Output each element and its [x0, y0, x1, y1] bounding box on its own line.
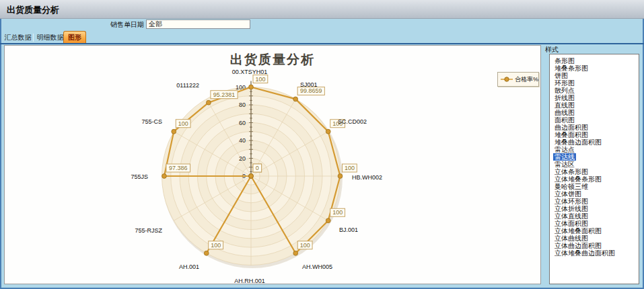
- radar-category-label: HB.WH002: [352, 174, 382, 181]
- tab-summary-data[interactable]: 汇总数据: [3, 32, 33, 43]
- chart-panel: 02040608010010099.8659100100100100010009…: [4, 45, 541, 284]
- radar-scale-label: 60: [239, 120, 246, 126]
- radar-category-label: 755-CS: [141, 118, 162, 125]
- style-list-item[interactable]: 饼图: [554, 72, 639, 79]
- style-list-item[interactable]: 立体面积图: [554, 220, 639, 227]
- tab-chart-active[interactable]: 图形: [63, 31, 86, 44]
- style-panel-title: 样式: [545, 45, 559, 54]
- radar-category-label: AH.WH005: [302, 263, 332, 270]
- radar-data-point: [172, 129, 176, 134]
- style-list-item[interactable]: 雷达区: [554, 161, 639, 168]
- radar-category-label: 755-RJSZ: [135, 227, 162, 234]
- radar-data-point: [207, 100, 211, 105]
- radar-value-label: 100: [345, 165, 355, 171]
- radar-category-label: 00.XTSYH01: [232, 69, 268, 75]
- radar-data-point: [162, 174, 167, 179]
- legend-series-marker-icon: [500, 76, 513, 83]
- radar-scale-label: 20: [239, 155, 246, 162]
- radar-category-label: AH.RH.001: [234, 278, 265, 284]
- radar-data-point: [293, 251, 298, 255]
- style-list-item[interactable]: 雷达点: [554, 146, 639, 153]
- style-list-item[interactable]: 堆叠曲边面积图: [554, 138, 639, 146]
- radar-data-point: [293, 97, 298, 101]
- tab-content-border: [0, 43, 644, 44]
- radar-scale-label: 80: [239, 101, 246, 108]
- radar-value-label: 100: [178, 120, 188, 127]
- style-list-item[interactable]: 立体环形图: [554, 198, 639, 205]
- style-list-item[interactable]: 堆叠面积图: [554, 131, 639, 138]
- radar-value-label: 0: [256, 165, 259, 171]
- radar-chart: 02040608010010099.8659100100100100010009…: [5, 46, 542, 285]
- tab-separator: [33, 34, 34, 42]
- style-list-item[interactable]: 雷达线: [554, 153, 639, 161]
- style-list-item[interactable]: 折线图: [554, 94, 639, 101]
- style-list-item[interactable]: 立体曲边面积图: [554, 242, 639, 249]
- style-list-item[interactable]: 曲边面积图: [554, 124, 639, 131]
- style-list-item[interactable]: 立体饼图: [554, 190, 639, 198]
- radar-value-label: 99.8659: [300, 87, 322, 94]
- style-list-item[interactable]: 立体折线图: [554, 205, 639, 212]
- style-list-item[interactable]: 立体堆叠面积图: [554, 227, 639, 235]
- chart-title: 出货质量分析: [5, 51, 540, 69]
- style-list-item[interactable]: 条形图: [554, 57, 639, 65]
- radar-category-label: 755JS: [131, 173, 148, 180]
- style-list-item[interactable]: 堆叠条形图: [554, 65, 639, 72]
- style-list-item[interactable]: 立体直线图: [554, 212, 639, 220]
- radar-value-label: 97.386: [169, 165, 188, 171]
- chart-style-listbox[interactable]: 条形图堆叠条形图饼图环形图散列点折线图直线图曲线图面积图曲边面积图堆叠面积图堆叠…: [549, 54, 639, 284]
- radar-category-label: SC.CD002: [338, 118, 367, 125]
- style-list-item[interactable]: 曼哈顿三维: [554, 183, 639, 190]
- radar-category-label: SJ001: [300, 81, 318, 88]
- legend: 合格率%: [497, 72, 539, 87]
- style-list-item[interactable]: 环形图: [554, 79, 639, 87]
- radar-value-label: 100: [300, 242, 310, 249]
- radar-data-point: [338, 174, 343, 179]
- radar-data-point: [326, 129, 330, 134]
- radar-data-point: [204, 251, 209, 255]
- radar-value-label: 100: [211, 242, 221, 249]
- radar-value-label: 100: [332, 209, 343, 216]
- style-list-item[interactable]: 立体堆叠曲边面积图: [554, 249, 639, 257]
- style-list-item[interactable]: 立体堆叠条形图: [554, 175, 639, 183]
- style-list-item[interactable]: 立体曲线图: [554, 235, 639, 242]
- legend-label: 合格率%: [515, 75, 538, 84]
- style-list-item[interactable]: 曲线图: [554, 109, 639, 116]
- radar-value-label: 100: [255, 76, 265, 83]
- radar-data-point: [249, 174, 254, 179]
- radar-scale-label: 40: [239, 137, 246, 144]
- radar-category-label: AH.001: [179, 263, 199, 270]
- app-window: 出货质量分析 销售单日期 汇总数据 明细数据 图形 02040608010010…: [0, 0, 644, 289]
- sale-date-label: 销售单日期: [67, 20, 144, 30]
- radar-data-point: [326, 218, 330, 223]
- sale-date-input[interactable]: [146, 19, 250, 29]
- radar-value-label: 95.2381: [213, 91, 236, 98]
- window-title-bar: 出货质量分析: [0, 0, 644, 19]
- style-list-item[interactable]: 立体条形图: [554, 168, 639, 175]
- radar-category-label: BJ.001: [339, 226, 358, 233]
- tab-detail-data[interactable]: 明细数据: [35, 32, 65, 43]
- window-title: 出货质量分析: [7, 4, 59, 16]
- radar-category-label: 0111222: [176, 82, 199, 89]
- style-list-item[interactable]: 面积图: [554, 116, 639, 124]
- radar-data-point: [249, 85, 254, 89]
- style-list-item[interactable]: 直线图: [554, 101, 639, 109]
- style-list-item[interactable]: 散列点: [554, 87, 639, 94]
